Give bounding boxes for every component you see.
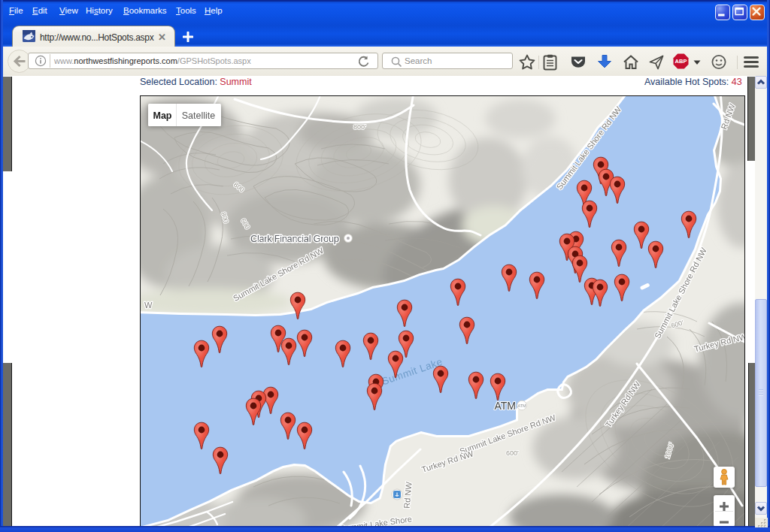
- svg-text:Map: Map: [153, 110, 172, 121]
- svg-text:Clark Financial Group: Clark Financial Group: [250, 233, 339, 244]
- svg-text:ABP: ABP: [675, 58, 687, 65]
- svg-text:ATM: ATM: [494, 400, 516, 412]
- svg-text:800': 800': [353, 123, 366, 131]
- svg-text:ATM: ATM: [517, 404, 526, 408]
- svg-text:W: W: [144, 301, 153, 310]
- svg-text:600': 600': [506, 449, 519, 457]
- svg-text:Satellite: Satellite: [182, 110, 216, 121]
